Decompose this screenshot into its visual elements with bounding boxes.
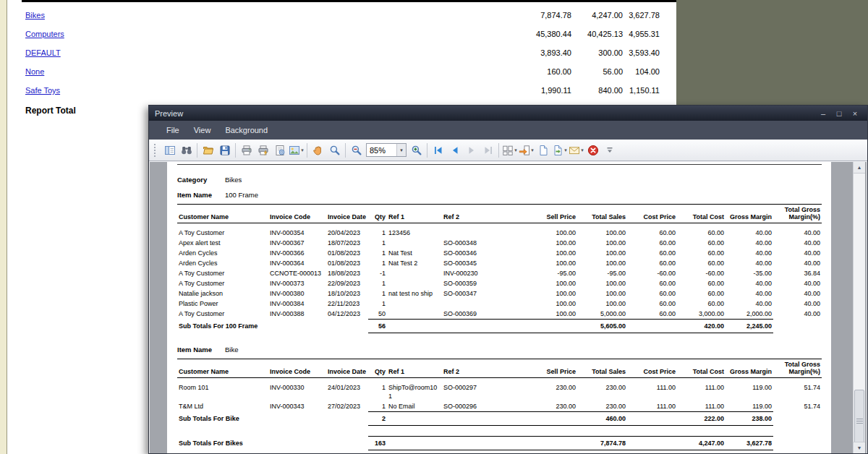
- item-name-value: Bike: [225, 346, 238, 354]
- menu-file[interactable]: File: [159, 123, 187, 137]
- cell: SO-000346: [442, 248, 528, 258]
- invoice-row: A Toy CustomerINV-00038804/12/202350SO-0…: [177, 309, 822, 320]
- header-row: Customer NameInvoice CodeInvoice DateQty…: [177, 359, 822, 378]
- cell: 60.00: [677, 223, 726, 239]
- open-icon: [203, 145, 214, 156]
- vertical-scrollbar[interactable]: ▲ ▼: [853, 162, 865, 453]
- column-header: Total Gross Margin(%): [773, 205, 822, 223]
- page-setup-button[interactable]: [271, 142, 288, 158]
- cell: 230.00: [577, 401, 627, 412]
- cell: No Email: [387, 401, 442, 412]
- cell: 1: [368, 288, 387, 299]
- cell: SO-000359: [442, 278, 528, 288]
- subtotal-value: [528, 437, 577, 450]
- cell: 40.00: [726, 278, 773, 288]
- cell: 60.00: [627, 238, 677, 248]
- cell: 01/08/2023: [326, 248, 368, 258]
- cell: SO-000296: [442, 401, 528, 412]
- invoice-row: T&M LtdINV-00034327/02/20231No EmailSO-0…: [177, 401, 822, 412]
- cell: 100.00: [577, 238, 627, 248]
- send-email-button[interactable]: ▾: [568, 142, 584, 158]
- dropdown-arrow-icon: ▾: [581, 147, 584, 153]
- zoom-dropdown-arrow[interactable]: ▾: [396, 144, 406, 156]
- menu-background[interactable]: Background: [218, 123, 275, 137]
- subtotal-value: [773, 412, 822, 426]
- minimize-button[interactable]: –: [817, 107, 830, 120]
- category-link-default[interactable]: DEFAULT: [25, 43, 61, 62]
- cell: 60.00: [677, 278, 726, 288]
- category-link-bikes[interactable]: Bikes: [25, 6, 45, 25]
- cell: 123456: [387, 223, 442, 239]
- column-header: Total Sales: [577, 205, 627, 223]
- cell: [387, 238, 442, 248]
- scroll-up-button[interactable]: ▲: [854, 162, 865, 174]
- summary-value: 3,893.40: [470, 43, 571, 62]
- cell: Arden Cycles: [177, 248, 268, 258]
- titlebar[interactable]: Preview –□×: [149, 106, 867, 121]
- magnifier-button[interactable]: [326, 142, 343, 158]
- cell: 22/11/2023: [326, 299, 368, 309]
- document-button[interactable]: [535, 142, 551, 158]
- scrollbar-grip-icon: [856, 419, 863, 424]
- cell: 60.00: [677, 258, 726, 268]
- multiple-pages-icon: [502, 145, 514, 156]
- save-as-button[interactable]: ▾: [551, 142, 568, 158]
- zoom-out-button[interactable]: [348, 142, 365, 158]
- subtotal-value: 163: [368, 437, 387, 450]
- cell: 100.00: [528, 278, 577, 288]
- search-button[interactable]: [178, 142, 195, 158]
- print-icon: [241, 145, 252, 156]
- cell: 100.00: [577, 278, 627, 288]
- menu-view[interactable]: View: [187, 123, 218, 137]
- subtotal-value: 2: [368, 412, 387, 426]
- cell: [387, 299, 442, 309]
- save-icon: [219, 145, 231, 156]
- cell: INV-000354: [268, 223, 326, 239]
- export-document-button[interactable]: ▾: [518, 142, 535, 158]
- zoom-in-button[interactable]: [408, 142, 425, 158]
- toolbar-separator: [498, 143, 499, 158]
- print-button[interactable]: [238, 142, 255, 158]
- quick-print-button[interactable]: [255, 142, 271, 158]
- cell: -95.00: [528, 268, 577, 278]
- cell: 230.00: [528, 378, 577, 402]
- next-page-button: [463, 142, 480, 158]
- save-button[interactable]: [216, 142, 233, 158]
- close-button[interactable]: ×: [848, 107, 861, 120]
- cell: INV-000330: [268, 378, 326, 402]
- cell: 5,000.00: [577, 309, 627, 320]
- scroll-down-button[interactable]: ▼: [854, 442, 865, 453]
- hand-tool-button[interactable]: [310, 142, 326, 158]
- document-map-button[interactable]: [161, 142, 178, 158]
- toolbar-options-button[interactable]: [601, 142, 618, 158]
- summary-row: Safe Toys1,990.11840.001,150.11: [7, 81, 676, 100]
- open-button[interactable]: [200, 142, 216, 158]
- cell: INV-000366: [268, 248, 326, 258]
- category-link-safe-toys[interactable]: Safe Toys: [25, 81, 60, 100]
- subtotal-value: [627, 437, 677, 450]
- watermark-button[interactable]: ▾: [288, 142, 305, 158]
- subtotal-value: [387, 412, 442, 426]
- category-link-computers[interactable]: Computers: [25, 25, 64, 43]
- first-page-button[interactable]: [430, 142, 446, 158]
- category-subtotal-table: Sub Totals For Bikes1637,874.784,247.003…: [177, 436, 822, 450]
- cell: 60.00: [627, 299, 677, 309]
- cell: 100.00: [528, 288, 577, 299]
- cell: A Toy Customer: [177, 268, 268, 278]
- search-icon: [181, 145, 192, 156]
- multiple-pages-button[interactable]: ▾: [501, 142, 518, 158]
- column-header: Customer Name: [177, 205, 268, 223]
- zoom-level-input[interactable]: 85%▾: [366, 143, 407, 157]
- cell: 40.00: [773, 278, 822, 288]
- hand-tool-icon: [312, 145, 324, 156]
- close-preview-button[interactable]: [584, 142, 601, 158]
- maximize-button[interactable]: □: [833, 107, 846, 120]
- cell: 40.00: [726, 248, 773, 258]
- column-header: Total Cost: [677, 205, 726, 223]
- dropdown-arrow-icon: ▾: [514, 147, 517, 153]
- category-link-none[interactable]: None: [25, 62, 44, 81]
- item-name-label: Item Name: [177, 346, 225, 354]
- cell: 27/02/2023: [326, 401, 368, 412]
- previous-page-button[interactable]: [446, 142, 463, 158]
- cell: 51.74: [773, 378, 822, 402]
